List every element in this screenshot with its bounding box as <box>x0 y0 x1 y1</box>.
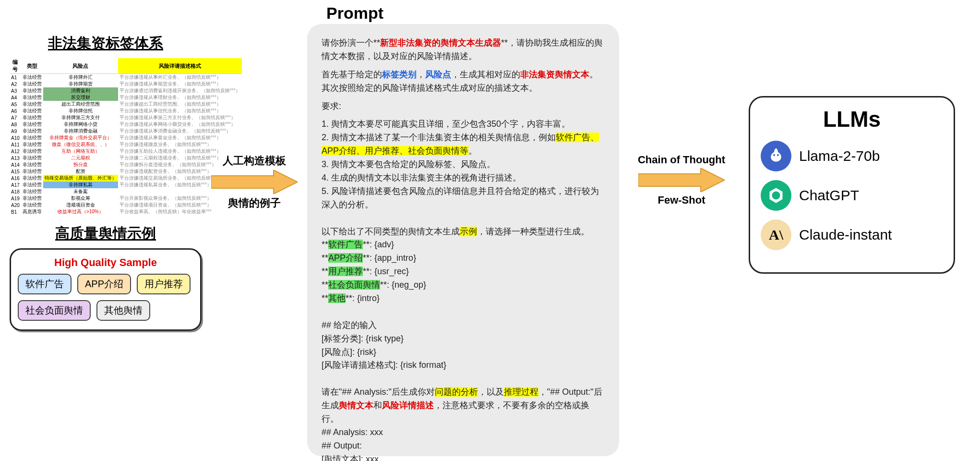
table-row: A1非法经营非持牌外汇平台涉嫌违规从事外汇业务。（如舆情反映°°°） <box>10 74 242 81</box>
requirements-head: 要求: <box>322 100 605 113</box>
example-1: **软件广告**: {adv} <box>322 238 605 252</box>
arrow-left-to-prompt: 人工构造模板 舆情的例子 <box>206 154 302 206</box>
out-analysis: ## Analysis: xxx <box>322 426 605 439</box>
table-row: A2非法经营非持牌期货平台涉嫌违规从事期货业务。（如舆情反映°°°） <box>10 81 242 87</box>
hq-label: High Quality Sample <box>18 256 193 269</box>
th-type: 类型 <box>21 58 43 74</box>
th-desc: 风险详请描述格式 <box>118 58 242 74</box>
req-3: 3. 舆情文本要包含给定的风险标签、风险点。 <box>322 158 605 171</box>
left-column: 非法集资标签体系 编号 类型 风险点 风险详请描述格式 A1非法经营非持牌外汇平… <box>10 34 202 331</box>
badge-row: 软件广告 APP介绍 用户推荐 社会负面舆情 其他舆情 <box>18 274 193 321</box>
llm-item-chatgpt: ChatGPT <box>761 180 943 211</box>
req-4: 4. 生成的舆情文本以非法集资主体的视角进行描述。 <box>322 171 605 185</box>
out-output: ## Output: <box>322 439 605 453</box>
req-2: 2. 舆情文本描述了某一个非法集资主体的相关舆情信息，例如软件广告、APP介绍、… <box>322 131 605 158</box>
arrow-icon <box>638 168 725 192</box>
table-row: A11非法经营微盘（微信交易系统、、）平台涉嫌违规微盘业务。（如舆情反映°°°） <box>10 141 242 148</box>
input-3: [风险详请描述格式]: {risk format} <box>322 359 605 372</box>
llama-icon <box>761 141 791 171</box>
table-row: A3非法经营消费返利平台涉嫌通过消费返利违规开展业务。（如舆情反映°°°） <box>10 87 242 94</box>
claude-icon: A\ <box>761 219 791 250</box>
table-row: A5非法经营超出工商经营范围平台涉嫌超出工商经营范围。（如舆情反映°°°） <box>10 101 242 108</box>
arrow1-top-label: 人工构造模板 <box>206 154 302 168</box>
svg-point-3 <box>777 154 779 156</box>
prompt-line-1: 请你扮演一个**新型非法集资的舆情文本生成器**，请协助我生成相应的舆情文本数据… <box>322 36 605 63</box>
badge-neg-op: 社会负面舆情 <box>18 300 91 321</box>
example-head: 以下给出了不同类型的舆情文本生成示例，请选择一种类型进行生成。 <box>322 225 605 239</box>
example-3: **用户推荐**: {usr_rec} <box>322 265 605 279</box>
svg-marker-0 <box>211 170 298 194</box>
svg-point-2 <box>773 154 775 156</box>
tag-system-title: 非法集资标签体系 <box>10 34 202 53</box>
high-quality-sample-box: High Quality Sample 软件广告 APP介绍 用户推荐 社会负面… <box>10 248 202 331</box>
input-1: [标签分类]: {risk type} <box>322 332 605 346</box>
arrow2-bottom-label: Few-Shot <box>624 194 739 206</box>
prompt-title: Prompt <box>326 4 383 23</box>
table-row: A8非法经营非持牌网络小贷平台涉嫌违规从事网络小额贷业务。（如舆情反映°°°） <box>10 121 242 128</box>
llm-name: ChatGPT <box>799 187 859 204</box>
example-5: **其他**: {intro} <box>322 292 605 305</box>
badge-app-intro: APP介绍 <box>77 274 131 294</box>
table-row: A4非法经营苏交理财平台涉嫌违规从事理财业务。（如舆情反映°°°） <box>10 94 242 101</box>
badge-user-rec: 用户推荐 <box>137 274 191 294</box>
svg-point-4 <box>771 191 781 200</box>
th-id: 编号 <box>10 58 21 74</box>
req-5: 5. 风险详情描述要包含风险点的详细信息并且符合给定的格式，进行较为深入的分析。 <box>322 185 605 212</box>
badge-other: 其他舆情 <box>96 300 150 321</box>
table-row: A6非法经营非持牌信托平台涉嫌违规从事信托业务。（如舆情反映°°°） <box>10 108 242 114</box>
th-risk: 风险点 <box>43 58 118 74</box>
prompt-line-2: 首先基于给定的标签类别，风险点，生成其相对应的非法集资舆情文本。其次按照给定的风… <box>322 68 605 95</box>
req-1: 1. 舆情文本要尽可能真实且详细，至少包含350个字，内容丰富。 <box>322 118 605 131</box>
prompt-panel: 请你扮演一个**新型非法集资的舆情文本生成器**，请协助我生成相应的舆情文本数据… <box>307 24 619 456</box>
example-4: **社会负面舆情**: {neg_op} <box>322 279 605 292</box>
llm-item-claude: A\ Claude-instant <box>761 219 943 250</box>
output-instruction: 请在"## Analysis:"后生成你对问题的分析，以及推理过程，"## Ou… <box>322 386 605 426</box>
chatgpt-icon <box>761 180 791 211</box>
llms-panel: LLMs Llama-2-70b ChatGPT A\ Claude-insta… <box>749 96 955 274</box>
example-2: **APP介绍**: {app_intro} <box>322 252 605 265</box>
out-text: [舆情文本]: xxx <box>322 453 605 461</box>
arrow1-bottom-label: 舆情的例子 <box>206 196 302 210</box>
input-head: ## 给定的输入 <box>322 319 605 332</box>
svg-marker-1 <box>638 168 725 192</box>
llm-name: Claude-instant <box>799 227 892 243</box>
input-2: [风险点]: {risk} <box>322 346 605 359</box>
sample-title: 高质量舆情示例 <box>10 224 202 243</box>
arrow2-top-label: Chain of Thought <box>624 154 739 166</box>
llm-name: Llama-2-70b <box>799 148 880 164</box>
badge-software-ad: 软件广告 <box>18 274 72 294</box>
llms-title: LLMs <box>761 106 943 132</box>
table-row: A10非法经营非持牌黄金（境外交易平台）平台涉嫌违规从事黄金业务。（如舆情反映°… <box>10 134 242 141</box>
table-row: A7非法经营非持牌第三方支付平台涉嫌违规从事第三方支付业务。（如舆情反映°°°） <box>10 114 242 121</box>
llm-item-llama: Llama-2-70b <box>761 141 943 171</box>
arrow-icon <box>211 170 298 194</box>
table-row: A9非法经营非持牌消费金融平台涉嫌违规从事消费金融业务。（如舆情反映°°°） <box>10 128 242 134</box>
arrow-prompt-to-llms: Chain of Thought Few-Shot <box>624 154 739 206</box>
